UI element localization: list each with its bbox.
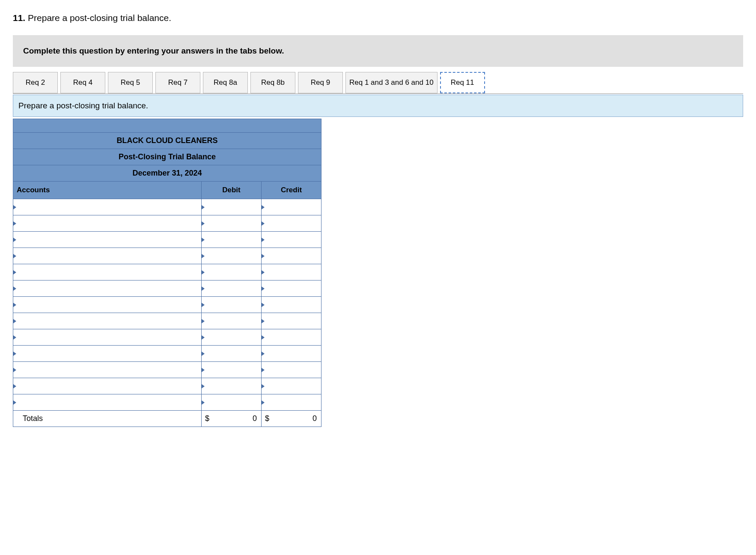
accounts-input[interactable] bbox=[13, 329, 201, 345]
dropdown-marker-icon bbox=[13, 335, 16, 340]
tab-req-9[interactable]: Req 9 bbox=[298, 72, 343, 93]
dropdown-marker-icon bbox=[202, 254, 205, 258]
dropdown-marker-icon bbox=[13, 319, 16, 323]
dropdown-marker-icon bbox=[262, 254, 265, 258]
accounts-input[interactable] bbox=[13, 264, 201, 280]
table-row bbox=[13, 362, 321, 378]
totals-row: Totals$0$0 bbox=[13, 411, 321, 427]
tab-req-5[interactable]: Req 5 bbox=[108, 72, 153, 93]
debit-input[interactable] bbox=[202, 232, 261, 248]
question-number: 11. bbox=[13, 13, 25, 23]
dropdown-marker-icon bbox=[13, 286, 16, 291]
table-row bbox=[13, 346, 321, 362]
dropdown-marker-icon bbox=[202, 384, 205, 388]
dropdown-marker-icon bbox=[202, 400, 205, 405]
credit-input[interactable] bbox=[262, 378, 321, 394]
dropdown-marker-icon bbox=[262, 319, 265, 323]
dropdown-marker-icon bbox=[202, 352, 205, 356]
dropdown-marker-icon bbox=[202, 238, 205, 242]
credit-input[interactable] bbox=[262, 248, 321, 264]
instruction-bar: Complete this question by entering your … bbox=[13, 35, 743, 67]
accounts-input[interactable] bbox=[13, 199, 201, 215]
totals-credit: $0 bbox=[262, 411, 321, 427]
credit-input[interactable] bbox=[262, 394, 321, 410]
tab-req-11[interactable]: Req 11 bbox=[440, 72, 485, 93]
dropdown-marker-icon bbox=[13, 221, 16, 226]
credit-input[interactable] bbox=[262, 313, 321, 329]
debit-input[interactable] bbox=[202, 297, 261, 313]
dropdown-marker-icon bbox=[262, 270, 265, 275]
credit-input[interactable] bbox=[262, 232, 321, 248]
debit-input[interactable] bbox=[202, 215, 261, 231]
credit-input[interactable] bbox=[262, 297, 321, 313]
debit-input[interactable] bbox=[202, 248, 261, 264]
totals-debit: $0 bbox=[202, 411, 262, 427]
dropdown-marker-icon bbox=[13, 205, 16, 209]
table-row bbox=[13, 394, 321, 411]
dropdown-marker-icon bbox=[262, 335, 265, 340]
credit-input[interactable] bbox=[262, 215, 321, 231]
dropdown-marker-icon bbox=[13, 254, 16, 258]
table-row bbox=[13, 199, 321, 215]
debit-input[interactable] bbox=[202, 394, 261, 410]
dropdown-marker-icon bbox=[202, 221, 205, 226]
dropdown-marker-icon bbox=[202, 319, 205, 323]
table-row bbox=[13, 297, 321, 313]
dropdown-marker-icon bbox=[262, 368, 265, 372]
dropdown-marker-icon bbox=[262, 205, 265, 209]
credit-input[interactable] bbox=[262, 199, 321, 215]
table-row bbox=[13, 280, 321, 297]
credit-input[interactable] bbox=[262, 346, 321, 361]
dropdown-marker-icon bbox=[262, 352, 265, 356]
accounts-input[interactable] bbox=[13, 297, 201, 313]
sub-instruction: Prepare a post-closing trial balance. bbox=[13, 95, 743, 117]
dropdown-marker-icon bbox=[262, 384, 265, 388]
credit-input[interactable] bbox=[262, 329, 321, 345]
table-row bbox=[13, 378, 321, 394]
tab-req-2[interactable]: Req 2 bbox=[13, 72, 58, 93]
dropdown-marker-icon bbox=[13, 368, 16, 372]
debit-input[interactable] bbox=[202, 378, 261, 394]
dropdown-marker-icon bbox=[202, 286, 205, 291]
credit-input[interactable] bbox=[262, 280, 321, 296]
table-title-1: BLACK CLOUD CLEANERS bbox=[13, 133, 321, 149]
accounts-input[interactable] bbox=[13, 280, 201, 296]
question-text: Prepare a post-closing trial balance. bbox=[28, 13, 171, 23]
table-title-2: Post-Closing Trial Balance bbox=[13, 149, 321, 165]
accounts-input[interactable] bbox=[13, 313, 201, 329]
table-row bbox=[13, 248, 321, 264]
dropdown-marker-icon bbox=[13, 303, 16, 307]
accounts-input[interactable] bbox=[13, 362, 201, 378]
dropdown-marker-icon bbox=[202, 303, 205, 307]
credit-input[interactable] bbox=[262, 362, 321, 378]
accounts-input[interactable] bbox=[13, 394, 201, 410]
accounts-input[interactable] bbox=[13, 232, 201, 248]
credit-input[interactable] bbox=[262, 264, 321, 280]
debit-input[interactable] bbox=[202, 346, 261, 361]
column-header-accounts: Accounts bbox=[13, 182, 202, 199]
accounts-input[interactable] bbox=[13, 248, 201, 264]
dropdown-marker-icon bbox=[13, 270, 16, 275]
table-row bbox=[13, 215, 321, 232]
accounts-input[interactable] bbox=[13, 346, 201, 361]
debit-input[interactable] bbox=[202, 199, 261, 215]
dropdown-marker-icon bbox=[13, 384, 16, 388]
tab-req-4[interactable]: Req 4 bbox=[60, 72, 105, 93]
debit-input[interactable] bbox=[202, 264, 261, 280]
debit-input[interactable] bbox=[202, 329, 261, 345]
tab-req-8b[interactable]: Req 8b bbox=[250, 72, 295, 93]
accounts-input[interactable] bbox=[13, 215, 201, 231]
dropdown-marker-icon bbox=[13, 238, 16, 242]
dropdown-marker-icon bbox=[202, 368, 205, 372]
tab-req-1-3-6-10[interactable]: Req 1 and 3 and 6 and 10 bbox=[345, 72, 438, 93]
debit-input[interactable] bbox=[202, 362, 261, 378]
table-row bbox=[13, 329, 321, 346]
column-header-debit: Debit bbox=[202, 182, 262, 199]
tab-req-8a[interactable]: Req 8a bbox=[203, 72, 248, 93]
debit-input[interactable] bbox=[202, 313, 261, 329]
accounts-input[interactable] bbox=[13, 378, 201, 394]
dropdown-marker-icon bbox=[13, 400, 16, 405]
tab-req-7[interactable]: Req 7 bbox=[155, 72, 200, 93]
debit-input[interactable] bbox=[202, 280, 261, 296]
dropdown-marker-icon bbox=[13, 352, 16, 356]
